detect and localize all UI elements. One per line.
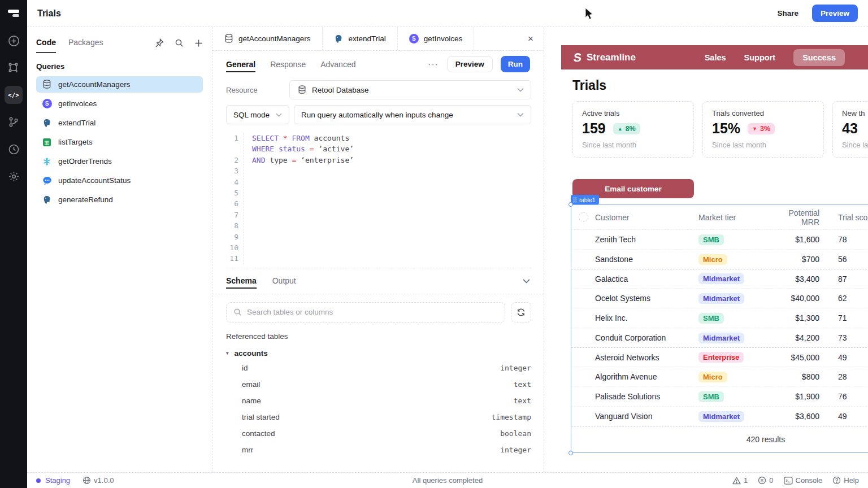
cell-customer: Sandstone [595, 255, 698, 264]
query-item-listTargets[interactable]: listTargets [36, 134, 203, 150]
sql-mode-select[interactable]: SQL mode [226, 105, 289, 124]
version-selector[interactable]: v1.0.0 [83, 476, 114, 485]
query-item-label: updateAccountStatus [58, 176, 131, 185]
table-row-0[interactable]: Zenith TechSMB$1,60078 [571, 230, 868, 250]
code-panel-icon[interactable]: </> [0, 81, 27, 108]
query-item-getOrderTrends[interactable]: getOrderTrends [36, 153, 203, 169]
table-row-2[interactable]: GalacticaMidmarket$3,40087 [571, 269, 868, 289]
column-header-1[interactable]: Market tier [698, 213, 772, 222]
app-nav-success[interactable]: Success [793, 49, 845, 66]
environment-dot-icon [36, 478, 41, 483]
cell-tier-badge: Midmarket [698, 293, 744, 304]
editor-tab-extendTrial[interactable]: extendTrial [323, 27, 398, 50]
cell-score: 62 [819, 294, 868, 303]
table-row-4[interactable]: Helix Inc.SMB$1,30071 [571, 308, 868, 328]
table-row-5[interactable]: Conduit CorporationMidmarket$4,20073 [571, 328, 868, 348]
cell-tier-badge: SMB [698, 313, 724, 324]
collapse-chevron-icon[interactable] [523, 278, 530, 284]
resize-handle-bottom-left[interactable] [568, 451, 573, 455]
table-row-1[interactable]: SandstoneMicro$70056 [571, 250, 868, 269]
search-icon[interactable] [175, 38, 184, 47]
query-item-getAccountManagers[interactable]: getAccountManagers [36, 76, 203, 93]
tab-general[interactable]: General [226, 52, 255, 77]
errors-indicator[interactable]: 0 [758, 476, 773, 485]
refresh-schema-button[interactable] [511, 302, 531, 323]
query-editor-panel: getAccountManagersextendTrialSgetInvoice… [212, 27, 544, 472]
schema-field-trial-started[interactable]: trial startedtimestamp [212, 409, 544, 425]
mouse-cursor [584, 7, 596, 21]
share-button[interactable]: Share [771, 6, 804, 21]
editor-tab-getAccountManagers[interactable]: getAccountManagers [212, 27, 323, 50]
table-row-6[interactable]: Asteroid NetworksEnterprise$45,00049 [571, 347, 868, 367]
app-nav-support[interactable]: Support [744, 53, 776, 62]
query-item-updateAccountStatus[interactable]: updateAccountStatus [36, 172, 203, 189]
preview-app-button[interactable]: Preview [812, 5, 858, 22]
tab-code[interactable]: Code [36, 33, 56, 53]
history-icon[interactable] [0, 136, 27, 163]
add-icon[interactable] [0, 27, 27, 54]
editor-tab-label: extendTrial [349, 34, 386, 43]
table-row-8[interactable]: Palisade SolutionsSMB$1,90076 [571, 387, 868, 407]
tab-advanced[interactable]: Advanced [320, 52, 355, 77]
streamline-logo-icon: S [573, 51, 583, 64]
table1-component[interactable]: CustomerMarket tierPotential MRRTrial sc… [571, 204, 868, 453]
schema-field-mrr[interactable]: mrrinteger [212, 442, 544, 458]
tab-output[interactable]: Output [272, 268, 296, 293]
schema-field-email[interactable]: emailtext [212, 376, 544, 393]
branch-icon[interactable] [0, 108, 27, 136]
stripe-icon: S [42, 99, 52, 109]
autorun-select[interactable]: Run query automatically when inputs chan… [294, 105, 531, 124]
query-item-extendTrial[interactable]: extendTrial [36, 115, 203, 131]
more-menu-icon[interactable]: ··· [428, 60, 439, 68]
query-item-getInvoices[interactable]: SgetInvoices [36, 95, 203, 112]
tab-schema[interactable]: Schema [226, 268, 257, 293]
editor-tab-label: getAccountManagers [238, 34, 311, 43]
pin-icon[interactable] [155, 38, 164, 47]
resize-handle-top-left[interactable] [568, 202, 573, 207]
column-header-2[interactable]: Potential MRR [772, 208, 819, 226]
transform-tool-icon[interactable] [0, 54, 27, 81]
schema-table-accounts[interactable]: ▾ accounts [226, 349, 530, 358]
help-menu[interactable]: Help [832, 476, 859, 485]
editor-tab-getInvoices[interactable]: SgetInvoices [398, 27, 474, 50]
brand-name: Streamline [587, 52, 636, 63]
table-grid-icon [42, 137, 52, 147]
stat-value: 43 [842, 120, 858, 137]
cell-customer: Palisade Solutions [595, 392, 698, 401]
field-name: trial started [242, 413, 280, 421]
error-circle-icon [758, 476, 766, 485]
query-run-button[interactable]: Run [501, 56, 530, 72]
table-row-9[interactable]: Vanguard VisionMidmarket$3,60049 [571, 407, 868, 426]
close-tab-icon[interactable]: × [528, 33, 533, 45]
cell-mrr: $800 [772, 372, 819, 381]
schema-field-contacted[interactable]: contactedboolean [212, 425, 544, 442]
column-header-3[interactable]: Trial sco [819, 213, 868, 222]
schema-field-id[interactable]: idinteger [212, 360, 544, 376]
warnings-indicator[interactable]: 1 [732, 476, 748, 485]
resource-select[interactable]: Retool Database [289, 80, 531, 99]
plus-icon[interactable] [194, 39, 203, 47]
cell-customer: Ocelot Systems [595, 294, 698, 303]
console-toggle[interactable]: Console [784, 476, 823, 485]
column-header-0[interactable]: Customer [595, 213, 698, 222]
query-item-generateRefund[interactable]: generateRefund [36, 191, 203, 208]
app-nav-sales[interactable]: Sales [705, 53, 726, 62]
sql-code-editor[interactable]: 1234567891011 SELECT * FROM accountsWHER… [226, 133, 531, 268]
code-line [252, 188, 354, 198]
table1-selection-tag[interactable]: table1 [571, 195, 599, 204]
select-all-checkbox[interactable] [579, 212, 588, 222]
chevron-down-icon [517, 88, 524, 92]
cell-customer: Zenith Tech [595, 235, 698, 244]
query-preview-button[interactable]: Preview [447, 56, 493, 72]
table-row-3[interactable]: Ocelot SystemsMidmarket$40,00062 [571, 289, 868, 308]
tab-response[interactable]: Response [270, 52, 306, 77]
schema-search-input[interactable]: Search tables or columns [226, 302, 505, 323]
snowflake-icon [42, 156, 52, 167]
version-label: v1.0.0 [94, 476, 114, 485]
environment-selector[interactable]: Staging [45, 476, 70, 485]
table-row-7[interactable]: Algorithm AvenueMicro$80028 [571, 367, 868, 387]
settings-gear-icon[interactable] [0, 163, 27, 190]
schema-field-name[interactable]: nametext [212, 393, 544, 409]
tab-packages[interactable]: Packages [68, 33, 103, 53]
sql-code[interactable]: SELECT * FROM accountsWHERE status = ‘ac… [244, 133, 354, 264]
